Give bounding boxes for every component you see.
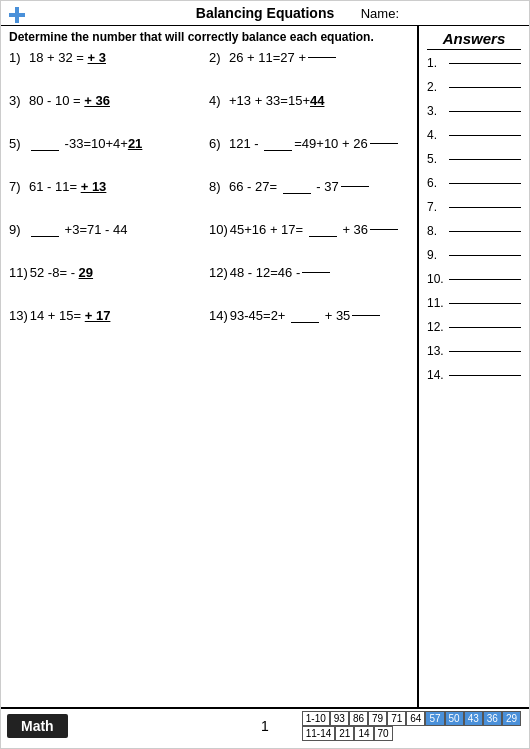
q14-answer-blank <box>352 315 380 316</box>
score-cell-36: 36 <box>483 711 502 726</box>
answer-line-blank-13 <box>449 351 521 352</box>
score-cell-57: 57 <box>425 711 444 726</box>
q4-expr: +13 + 33=15+44 <box>229 93 324 108</box>
question-pair-5: 9) +3=71 - 44 10) 45+16 + 17= + 36 <box>9 222 409 237</box>
answer-line-3: 3. <box>427 104 521 118</box>
answer-line-blank-1 <box>449 63 521 64</box>
answer-line-blank-8 <box>449 231 521 232</box>
answer-num-8: 8. <box>427 224 447 238</box>
answer-line-2: 2. <box>427 80 521 94</box>
main-area: Determine the number that will correctly… <box>1 26 529 707</box>
score-cell-range2: 11-14 <box>302 726 336 741</box>
q6-expr: 121 - =49+10 + 26 <box>229 136 368 151</box>
question-9: 9) +3=71 - 44 <box>9 222 209 237</box>
q2-blank <box>308 57 336 58</box>
q6-num: 6) <box>209 136 227 151</box>
q10-blank <box>309 236 337 237</box>
question-13: 13) 14 + 15= + 17 <box>9 308 209 323</box>
q10-expr: 45+16 + 17= + 36 <box>230 222 368 237</box>
q6-answer-blank <box>370 143 398 144</box>
q1-num: 1) <box>9 50 27 65</box>
q14-expr: 93-45=2+ + 35 <box>230 308 351 323</box>
q8-num: 8) <box>209 179 227 194</box>
plus-icon <box>7 5 27 25</box>
score-cell-50: 50 <box>445 711 464 726</box>
answer-num-12: 12. <box>427 320 447 334</box>
question-pair-7: 13) 14 + 15= + 17 14) 93-45=2+ + 35 <box>9 308 409 323</box>
score-cell-71: 71 <box>387 711 406 726</box>
answer-line-5: 5. <box>427 152 521 166</box>
answer-line-10: 10. <box>427 272 521 286</box>
question-pair-6: 11) 52 -8= - 29 12) 48 - 12=46 - <box>9 265 409 280</box>
q8-answer-blank <box>341 186 369 187</box>
question-pair-3: 5) -33=10+4+21 6) 121 - =49+10 + 26 <box>9 136 409 151</box>
question-14: 14) 93-45=2+ + 35 <box>209 308 409 323</box>
q7-expr: 61 - 11= + 13 <box>29 179 106 194</box>
answer-line-12: 12. <box>427 320 521 334</box>
q4-num: 4) <box>209 93 227 108</box>
score-cell-14: 14 <box>354 726 373 741</box>
answer-num-14: 14. <box>427 368 447 382</box>
answer-num-7: 7. <box>427 200 447 214</box>
score-cell-21: 21 <box>335 726 354 741</box>
page-title: Balancing Equations <box>9 5 521 21</box>
q9-expr: +3=71 - 44 <box>29 222 128 237</box>
answer-num-13: 13. <box>427 344 447 358</box>
answer-line-1: 1. <box>427 56 521 70</box>
answer-num-6: 6. <box>427 176 447 190</box>
q5-num: 5) <box>9 136 27 151</box>
answer-line-blank-9 <box>449 255 521 256</box>
q12-blank <box>302 272 330 273</box>
question-1: 1) 18 + 32 = + 3 <box>9 50 209 65</box>
q8-expr: 66 - 27= - 37 <box>229 179 339 194</box>
answer-num-10: 10. <box>427 272 447 286</box>
answers-title: Answers <box>427 30 521 50</box>
q11-expr: 52 -8= - 29 <box>30 265 93 280</box>
answer-line-7: 7. <box>427 200 521 214</box>
score-table: 1-10 93 86 79 71 64 57 50 43 36 29 11-14… <box>302 711 521 741</box>
q5-blank1 <box>31 150 59 151</box>
question-10: 10) 45+16 + 17= + 36 <box>209 222 409 237</box>
question-7: 7) 61 - 11= + 13 <box>9 179 209 194</box>
answer-line-8: 8. <box>427 224 521 238</box>
answer-line-blank-4 <box>449 135 521 136</box>
answer-num-5: 5. <box>427 152 447 166</box>
q10-answer-blank <box>370 229 398 230</box>
question-pair-4: 7) 61 - 11= + 13 8) 66 - 27= - 37 <box>9 179 409 194</box>
question-3: 3) 80 - 10 = + 36 <box>9 93 209 108</box>
q12-expr: 48 - 12=46 - <box>230 265 300 280</box>
q2-expr: 26 + 11=27 + <box>229 50 306 65</box>
score-cell-79: 79 <box>368 711 387 726</box>
answer-line-blank-10 <box>449 279 521 280</box>
instruction: Determine the number that will correctly… <box>9 30 409 44</box>
q13-num: 13) <box>9 308 28 323</box>
score-cell-93: 93 <box>330 711 349 726</box>
question-5: 5) -33=10+4+21 <box>9 136 209 151</box>
q11-num: 11) <box>9 265 28 280</box>
q3-num: 3) <box>9 93 27 108</box>
answer-line-blank-7 <box>449 207 521 208</box>
answer-line-blank-11 <box>449 303 521 304</box>
svg-rect-1 <box>9 13 25 17</box>
question-2: 2) 26 + 11=27 + <box>209 50 409 65</box>
score-cell-range1: 1-10 <box>302 711 330 726</box>
page: Balancing Equations Name: Determine the … <box>0 0 530 749</box>
question-pair-1: 1) 18 + 32 = + 3 2) 26 + 11=27 + <box>9 50 409 65</box>
score-row-2: 11-14 21 14 70 <box>302 726 521 741</box>
answer-line-blank-14 <box>449 375 521 376</box>
answer-line-blank-5 <box>449 159 521 160</box>
header: Balancing Equations Name: <box>1 1 529 26</box>
score-cell-43: 43 <box>464 711 483 726</box>
answer-num-3: 3. <box>427 104 447 118</box>
question-6: 6) 121 - =49+10 + 26 <box>209 136 409 151</box>
answer-num-11: 11. <box>427 296 447 310</box>
page-number: 1 <box>261 718 269 734</box>
answer-line-blank-2 <box>449 87 521 88</box>
question-12: 12) 48 - 12=46 - <box>209 265 409 280</box>
q2-num: 2) <box>209 50 227 65</box>
q10-num: 10) <box>209 222 228 237</box>
answer-num-1: 1. <box>427 56 447 70</box>
q5-answer: 21 <box>128 136 142 151</box>
score-cell-64: 64 <box>406 711 425 726</box>
answer-line-blank-12 <box>449 327 521 328</box>
